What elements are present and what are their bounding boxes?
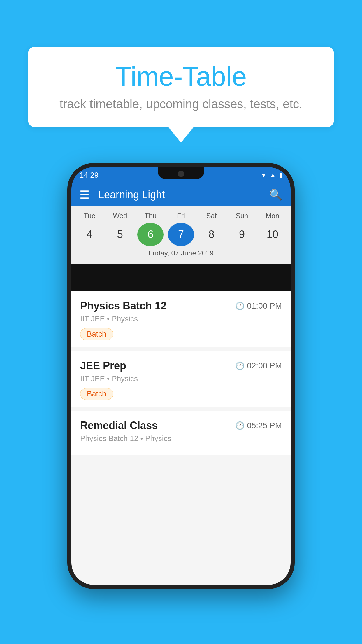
phone-camera — [178, 171, 184, 177]
clock-icon-1: 🕐 — [235, 302, 245, 311]
clock-icon-2: 🕐 — [235, 361, 245, 370]
selected-date-label: Friday, 07 June 2019 — [71, 246, 291, 261]
schedule-title-2: JEE Prep — [80, 360, 126, 372]
day-4[interactable]: 4 — [76, 223, 103, 246]
search-icon[interactable]: 🔍 — [269, 189, 282, 201]
phone-side-button-3 — [292, 240, 295, 287]
schedule-item-row2: JEE Prep 🕐 02:00 PM — [80, 360, 282, 372]
schedule-list: Physics Batch 12 🕐 01:00 PM IIT JEE • Ph… — [71, 291, 291, 585]
day-label-fri: Fri — [168, 212, 194, 220]
schedule-time-1: 🕐 01:00 PM — [235, 301, 282, 311]
day-label-thu: Thu — [137, 212, 164, 220]
day-label-tue: Tue — [76, 212, 103, 220]
schedule-item-3[interactable]: Remedial Class 🕐 05:25 PM Physics Batch … — [71, 411, 291, 455]
speech-bubble-container: Time-Table track timetable, upcoming cla… — [28, 47, 334, 143]
schedule-subtitle-3: Physics Batch 12 • Physics — [80, 434, 282, 443]
phone-notch — [158, 167, 204, 179]
phone-mockup: 14:29 ▼ ▲ ▮ ☰ Learning Light 🔍 Tue Wed T… — [67, 163, 295, 589]
schedule-subtitle-1: IIT JEE • Physics — [80, 314, 282, 323]
schedule-item-2[interactable]: JEE Prep 🕐 02:00 PM IIT JEE • Physics Ba… — [71, 351, 291, 407]
day-label-sat: Sat — [198, 212, 225, 220]
schedule-title-1: Physics Batch 12 — [80, 300, 166, 312]
day-8[interactable]: 8 — [198, 223, 225, 246]
day-10[interactable]: 10 — [259, 223, 286, 246]
toolbar: ☰ Learning Light 🔍 — [71, 183, 291, 206]
day-7-selected[interactable]: 7 — [168, 223, 194, 246]
speech-bubble-arrow — [168, 127, 194, 143]
day-numbers: 4 5 6 7 8 9 10 — [71, 223, 291, 246]
schedule-time-value-3: 05:25 PM — [247, 421, 282, 430]
batch-badge-1: Batch — [80, 328, 113, 340]
schedule-time-3: 🕐 05:25 PM — [235, 421, 282, 430]
schedule-item-row3: Remedial Class 🕐 05:25 PM — [80, 419, 282, 432]
schedule-item-1[interactable]: Physics Batch 12 🕐 01:00 PM IIT JEE • Ph… — [71, 291, 291, 347]
toolbar-title: Learning Light — [98, 189, 269, 201]
batch-badge-2: Batch — [80, 388, 113, 400]
schedule-subtitle-2: IIT JEE • Physics — [80, 374, 282, 383]
schedule-title-3: Remedial Class — [80, 419, 158, 432]
speech-bubble-title: Time-Table — [45, 61, 317, 92]
phone-side-button-2 — [67, 255, 70, 290]
battery-icon: ▮ — [279, 172, 282, 179]
day-label-wed: Wed — [107, 212, 133, 220]
speech-bubble-subtitle: track timetable, upcoming classes, tests… — [45, 97, 317, 111]
day-label-mon: Mon — [259, 212, 286, 220]
clock-icon-3: 🕐 — [235, 421, 245, 430]
phone-side-button-1 — [67, 225, 70, 246]
calendar-header: Tue Wed Thu Fri Sat Sun Mon 4 5 6 7 8 9 … — [71, 206, 291, 264]
day-6-today[interactable]: 6 — [137, 223, 164, 246]
day-5[interactable]: 5 — [107, 223, 133, 246]
status-time: 14:29 — [80, 171, 99, 180]
schedule-time-value-2: 02:00 PM — [247, 361, 282, 370]
signal-icon: ▲ — [270, 172, 276, 179]
wifi-icon: ▼ — [260, 172, 267, 179]
phone-container: 14:29 ▼ ▲ ▮ ☰ Learning Light 🔍 Tue Wed T… — [0, 163, 362, 589]
day-label-sun: Sun — [229, 212, 255, 220]
speech-bubble: Time-Table track timetable, upcoming cla… — [28, 47, 334, 127]
day-labels: Tue Wed Thu Fri Sat Sun Mon — [71, 212, 291, 220]
menu-icon[interactable]: ☰ — [80, 188, 89, 201]
status-icons: ▼ ▲ ▮ — [260, 172, 282, 179]
schedule-time-value-1: 01:00 PM — [247, 301, 282, 311]
schedule-item-row1: Physics Batch 12 🕐 01:00 PM — [80, 300, 282, 312]
schedule-time-2: 🕐 02:00 PM — [235, 361, 282, 370]
day-9[interactable]: 9 — [229, 223, 255, 246]
